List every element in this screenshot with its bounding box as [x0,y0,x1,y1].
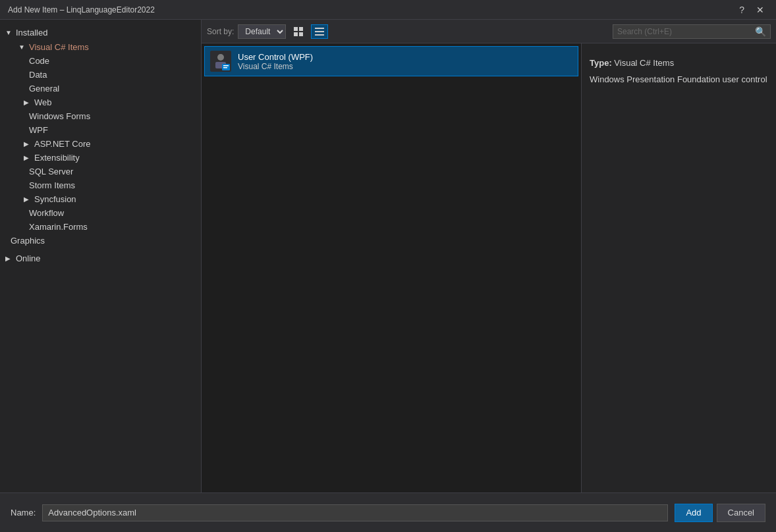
aspnet-label: ASP.NET Core [34,139,91,149]
name-label: Name: [11,508,36,518]
close-button[interactable]: ✕ [752,3,768,16]
sidebar-item-xamarin-forms[interactable]: Xamarin.Forms [0,220,201,234]
svg-rect-0 [294,27,298,31]
sidebar-item-windows-forms[interactable]: Windows Forms [0,109,201,123]
bottom-bar: Name: Add Cancel [0,492,776,532]
svg-rect-5 [315,31,324,32]
visual-csharp-label: Visual C# Items [29,42,89,52]
right-panel: Type: Visual C# Items Windows Presentati… [581,43,776,492]
sidebar-item-graphics[interactable]: Graphics [0,234,201,248]
grid-view-button[interactable] [290,24,307,39]
type-key-label: Type: [590,58,614,68]
sidebar-item-general[interactable]: General [0,82,201,95]
svg-rect-1 [299,27,303,31]
help-button[interactable]: ? [735,3,748,16]
top-toolbar: Sort by: Default Name Type [202,20,776,43]
syncfusion-expand-icon: ▶ [24,196,32,203]
svg-rect-11 [223,65,229,66]
search-icon[interactable]: 🔍 [751,26,770,37]
center-panel: User Control (WPF) Visual C# Items [202,43,581,492]
name-input[interactable] [42,504,668,521]
svg-rect-4 [315,28,324,29]
main-content: ▼ Installed ▼ Visual C# Items Code Data … [0,20,776,492]
sidebar-item-extensibility[interactable]: ▶ Extensibility [0,151,201,165]
grid-icon [294,27,303,36]
add-button[interactable]: Add [675,504,712,522]
items-list: User Control (WPF) Visual C# Items [202,43,581,492]
sort-select[interactable]: Default Name Type [238,24,286,39]
sidebar-item-wpf[interactable]: WPF [0,123,201,137]
sidebar-item-online[interactable]: ▶ Online [0,252,201,265]
svg-rect-6 [315,34,324,36]
online-expand-icon: ▶ [5,255,13,262]
extensibility-expand-icon: ▶ [24,154,32,161]
item-user-control-wpf[interactable]: User Control (WPF) Visual C# Items [204,46,578,76]
sidebar-item-sql-server[interactable]: SQL Server [0,165,201,178]
title-bar-left: Add New Item – LinqLanguageEditor2022 [8,5,155,14]
svg-rect-2 [294,32,298,36]
online-label: Online [16,253,41,263]
svg-rect-3 [299,32,303,36]
title-bar-controls: ? ✕ [735,3,768,16]
title-bar: Add New Item – LinqLanguageEditor2022 ? … [0,0,776,20]
sidebar-item-data[interactable]: Data [0,68,201,82]
sidebar-item-visual-csharp[interactable]: ▼ Visual C# Items [0,40,201,54]
installed-expand-icon: ▼ [5,29,13,36]
search-input[interactable] [613,27,751,36]
list-icon [315,27,324,36]
item-info-wpf: User Control (WPF) Visual C# Items [238,52,572,71]
list-view-button[interactable] [311,24,328,39]
sidebar-item-syncfusion[interactable]: ▶ Syncfusion [0,192,201,206]
item-icon-wpf [210,51,231,72]
sidebar-item-web[interactable]: ▶ Web [0,95,201,109]
item-category-wpf: Visual C# Items [238,62,572,71]
action-buttons: Add Cancel [675,504,765,522]
web-expand-icon: ▶ [24,99,32,106]
sidebar-item-code[interactable]: Code [0,54,201,68]
extensibility-label: Extensibility [34,153,80,163]
search-container: 🔍 [613,24,771,39]
syncfusion-label: Syncfusion [34,194,76,204]
installed-header[interactable]: ▼ Installed [0,25,201,40]
type-value: Visual C# Items [614,58,674,68]
dialog-title: Add New Item – LinqLanguageEditor2022 [8,5,155,14]
panels-row: User Control (WPF) Visual C# Items Type:… [202,43,776,492]
sidebar-item-storm-items[interactable]: Storm Items [0,178,201,192]
left-panel: ▼ Installed ▼ Visual C# Items Code Data … [0,20,202,492]
aspnet-expand-icon: ▶ [24,140,32,147]
graphics-label: Graphics [11,236,45,246]
svg-rect-12 [223,67,227,68]
cancel-button[interactable]: Cancel [717,504,765,522]
item-name-wpf: User Control (WPF) [238,52,572,62]
svg-point-8 [217,54,224,61]
web-label: Web [34,97,52,107]
type-info: Type: Visual C# Items [590,58,768,68]
sidebar-item-aspnet[interactable]: ▶ ASP.NET Core [0,137,201,151]
sidebar-item-workflow[interactable]: Workflow [0,206,201,220]
visual-csharp-expand-icon: ▼ [18,43,26,51]
sort-label: Sort by: [207,27,234,36]
type-description: Windows Presentation Foundation user con… [590,73,768,86]
installed-label: Installed [16,28,47,38]
